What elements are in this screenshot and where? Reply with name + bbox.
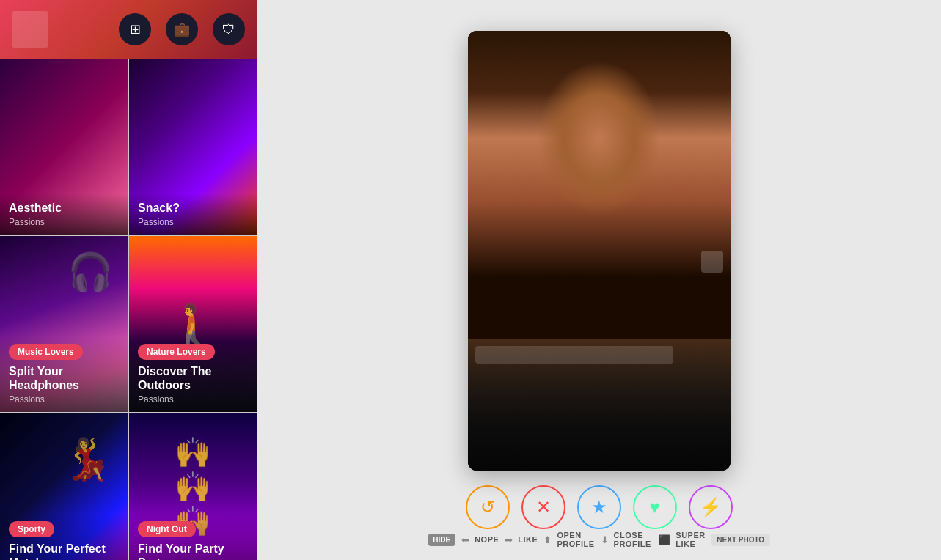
card-snack[interactable]: Snack? Passions: [129, 59, 257, 235]
shortcut-close-profile: ⬇ CLOSE PROFILE: [601, 531, 653, 548]
action-buttons: ↺ ✕ ★ ♥ ⚡: [466, 485, 733, 529]
card-overlay-snack: Snack? Passions: [129, 194, 257, 235]
close-profile-icon: ⬇: [601, 534, 609, 545]
like-shortcut-icon: ➡: [505, 534, 513, 545]
boost-button[interactable]: ⚡: [689, 485, 733, 529]
super-like-shortcut-label: SUPER LIKE: [675, 531, 705, 548]
open-profile-label: OPEN PROFILE: [557, 531, 594, 548]
hide-key[interactable]: HIDE: [428, 534, 455, 546]
card-subtitle-nature: Passions: [138, 394, 248, 405]
search-icon-button[interactable]: ⊞: [119, 13, 151, 45]
card-title-music: Split Your Headphones: [9, 364, 119, 392]
card-title-sporty: Find Your Perfect Match: [9, 542, 119, 560]
open-profile-icon: ⬆: [543, 534, 552, 545]
next-photo-key[interactable]: NEXT PHOTO: [711, 534, 770, 546]
card-music[interactable]: 🎧 Music Lovers Split Your Headphones Pas…: [0, 236, 128, 412]
profile-decoration: [701, 251, 723, 273]
card-overlay-nightout: Night Out Find Your Party Partner Passio…: [129, 514, 257, 560]
card-title-nature: Discover The Outdoors: [138, 364, 248, 392]
card-grid: Aesthetic Passions Snack? Passions 🎧 Mus…: [0, 59, 257, 560]
main-content: ↺ ✕ ★ ♥ ⚡ HIDE ⬅ NOPE ➡ LIKE ⬆ OPEN PROF…: [257, 0, 941, 560]
like-shortcut-label: LIKE: [518, 535, 538, 544]
card-overlay-aesthetic: Aesthetic Passions: [0, 194, 128, 235]
badge-sporty: Sporty: [9, 521, 54, 537]
card-overlay-nature: Nature Lovers Discover The Outdoors Pass…: [129, 336, 257, 412]
profile-name-bar: [475, 346, 673, 364]
card-title-snack: Snack?: [138, 201, 248, 215]
headphones-icon: 🎧: [67, 251, 113, 293]
shortcut-like: ➡ LIKE: [505, 534, 538, 545]
nope-shortcut-icon: ⬅: [461, 534, 469, 545]
badge-nightout: Night Out: [138, 521, 196, 537]
super-like-button[interactable]: ★: [577, 485, 621, 529]
face-area: [468, 31, 731, 339]
card-title-aesthetic: Aesthetic: [9, 201, 119, 215]
logo: [12, 11, 48, 48]
nope-shortcut-label: NOPE: [475, 535, 499, 544]
shortcuts-bar: HIDE ⬅ NOPE ➡ LIKE ⬆ OPEN PROFILE ⬇ CLOS…: [428, 531, 770, 548]
shortcut-next-photo: NEXT PHOTO: [711, 534, 770, 546]
nope-button[interactable]: ✕: [521, 485, 565, 529]
like-button[interactable]: ♥: [633, 485, 677, 529]
shortcut-super-like: ⬛ SUPER LIKE: [659, 531, 705, 548]
card-overlay-music: Music Lovers Split Your Headphones Passi…: [0, 336, 128, 412]
briefcase-icon-button[interactable]: 💼: [166, 13, 198, 45]
profile-card: [468, 31, 731, 471]
card-nature[interactable]: 🚶 Nature Lovers Discover The Outdoors Pa…: [129, 236, 257, 412]
card-sporty[interactable]: 💃 Sporty Find Your Perfect Match Passion…: [0, 413, 128, 560]
sporty-figure-icon: 💃: [62, 435, 113, 483]
sidebar: ⊞ 💼 🛡 Aesthetic Passions Snack? Passions…: [0, 0, 257, 560]
card-subtitle-music: Passions: [9, 394, 119, 405]
card-aesthetic[interactable]: Aesthetic Passions: [0, 59, 128, 235]
sidebar-header: ⊞ 💼 🛡: [0, 0, 257, 59]
card-title-nightout: Find Your Party Partner: [138, 542, 248, 560]
badge-music: Music Lovers: [9, 344, 83, 360]
card-subtitle-aesthetic: Passions: [9, 217, 119, 227]
card-overlay-sporty: Sporty Find Your Perfect Match Passions: [0, 514, 128, 560]
profile-bottom: [468, 339, 731, 471]
shortcut-open-profile: ⬆ OPEN PROFILE: [543, 531, 594, 548]
rewind-button[interactable]: ↺: [466, 485, 510, 529]
super-like-icon: ⬛: [659, 534, 670, 545]
card-nightout[interactable]: 🙌🙌🙌 Night Out Find Your Party Partner Pa…: [129, 413, 257, 560]
shield-icon-button[interactable]: 🛡: [213, 13, 245, 45]
shortcut-hide: HIDE: [428, 534, 455, 546]
badge-nature: Nature Lovers: [138, 344, 215, 360]
close-profile-label: CLOSE PROFILE: [614, 531, 653, 548]
card-subtitle-snack: Passions: [138, 217, 248, 227]
shortcut-nope: ⬅ NOPE: [461, 534, 499, 545]
